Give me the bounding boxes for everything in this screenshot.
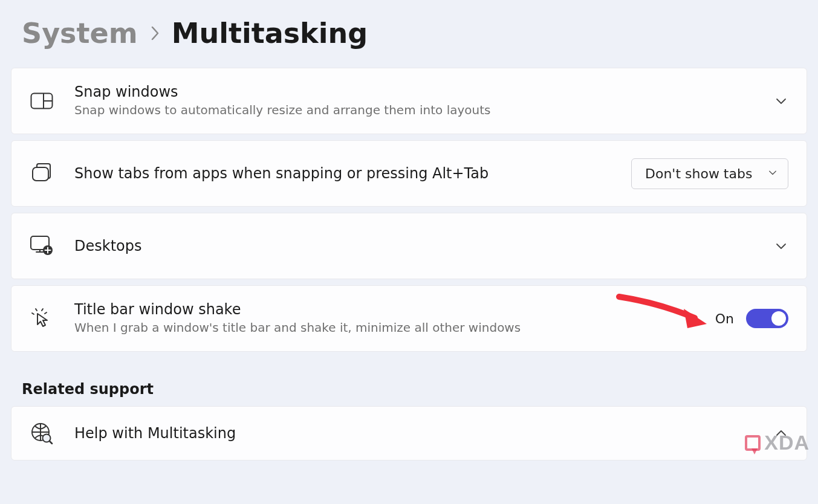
chevron-right-icon (149, 25, 161, 42)
snap-windows-title: Snap windows (74, 83, 753, 100)
globe-search-icon (30, 422, 54, 445)
desktops-title: Desktops (74, 237, 753, 254)
show-tabs-dropdown[interactable]: Don't show tabs (631, 158, 788, 189)
tabs-icon (30, 163, 54, 184)
snap-windows-card[interactable]: Snap windows Snap windows to automatical… (11, 68, 807, 134)
help-multitasking-title: Help with Multitasking (74, 425, 753, 442)
related-support-heading: Related support (0, 352, 818, 406)
page-title: Multitasking (172, 17, 368, 50)
show-tabs-title: Show tabs from apps when snapping or pre… (74, 165, 611, 182)
chevron-up-icon (774, 426, 788, 441)
breadcrumb: System Multitasking (0, 17, 818, 68)
show-tabs-dropdown-value: Don't show tabs (645, 166, 752, 181)
title-bar-shake-card: Title bar window shake When I grab a win… (11, 285, 807, 352)
breadcrumb-parent[interactable]: System (22, 17, 138, 50)
title-bar-shake-toggle[interactable] (746, 309, 788, 328)
chevron-down-icon (774, 239, 788, 253)
chevron-down-icon (774, 94, 788, 108)
shake-cursor-icon (30, 308, 54, 329)
svg-rect-1 (33, 167, 48, 181)
chevron-down-icon (767, 166, 778, 181)
title-bar-shake-title: Title bar window shake (74, 301, 695, 318)
desktops-card[interactable]: Desktops (11, 213, 807, 279)
toggle-knob (771, 311, 786, 326)
title-bar-shake-toggle-label: On (715, 311, 734, 326)
snap-windows-icon (30, 92, 54, 109)
desktops-icon (30, 234, 54, 257)
title-bar-shake-desc: When I grab a window's title bar and sha… (74, 319, 695, 336)
help-multitasking-card[interactable]: Help with Multitasking (11, 406, 807, 460)
snap-windows-desc: Snap windows to automatically resize and… (74, 102, 753, 118)
show-tabs-card: Show tabs from apps when snapping or pre… (11, 140, 807, 207)
